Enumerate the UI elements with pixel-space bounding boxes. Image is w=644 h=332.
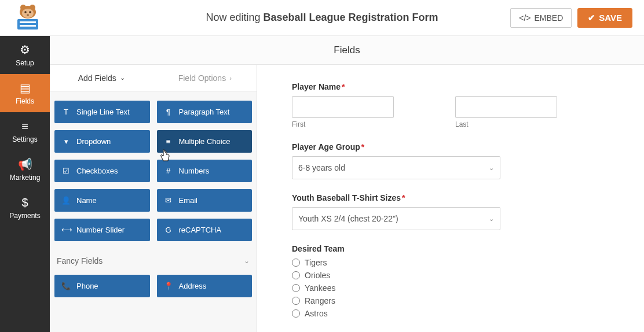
team-label: Yankees (305, 283, 335, 293)
multiple-choice-icon: ≡ (164, 137, 173, 146)
marketing-icon: 📢 (18, 157, 32, 171)
app-logo (12, 4, 44, 32)
chevron-down-icon: ⌄ (489, 215, 494, 223)
nav-label: Fields (16, 97, 34, 105)
svg-rect-7 (17, 19, 38, 29)
svg-rect-9 (20, 25, 36, 27)
field-label: Paragraph Text (179, 108, 230, 116)
check-icon: ✔ (588, 13, 595, 23)
team-label: Tigers (305, 258, 327, 267)
field-address[interactable]: 📍Address (157, 275, 253, 297)
field-checkboxes[interactable]: ☑Checkboxes (54, 160, 150, 182)
field-label: Numbers (179, 167, 210, 175)
team-option[interactable]: Yankees (292, 283, 609, 293)
code-icon: </> (519, 13, 530, 23)
team-option[interactable]: Astros (292, 309, 609, 318)
nav-label: Settings (12, 135, 37, 143)
field-label: Multiple Choice (179, 137, 230, 146)
save-button[interactable]: ✔ SAVE (577, 8, 632, 28)
tshirt-select[interactable]: Youth XS 2/4 (chest 20-22") ⌄ (292, 207, 500, 230)
chevron-down-icon: ⌄ (120, 74, 125, 82)
chevron-down-icon: ⌄ (244, 257, 250, 265)
fancy-fields-heading[interactable]: Fancy Fields ⌄ (50, 246, 257, 272)
team-option[interactable]: Orioles (292, 271, 609, 280)
field-recaptcha[interactable]: GreCAPTCHA (157, 219, 253, 241)
side-nav: ⚙Setup▤Fields≡Settings📢Marketing$Payment… (0, 36, 50, 332)
nav-marketing[interactable]: 📢Marketing (0, 150, 50, 189)
payments-icon: $ (21, 196, 28, 209)
first-name-input[interactable] (292, 96, 394, 118)
paragraph-text-icon: ¶ (164, 108, 173, 116)
age-group-select[interactable]: 6-8 years old ⌄ (292, 156, 500, 179)
team-label: Rangers (305, 296, 335, 305)
field-name[interactable]: 👤Name (54, 189, 150, 212)
radio-input[interactable] (292, 284, 300, 292)
nav-label: Setup (16, 59, 34, 67)
checkboxes-icon: ☑ (61, 167, 71, 175)
first-sublabel: First (292, 120, 446, 128)
player-name-label: Player Name* (292, 82, 609, 91)
radio-input[interactable] (292, 271, 300, 279)
form-preview: Player Name* First Last Player Age Group… (257, 65, 644, 332)
nav-fields[interactable]: ▤Fields (0, 74, 50, 112)
field-email[interactable]: ✉Email (157, 189, 253, 212)
number-slider-icon: ⟷ (61, 226, 71, 234)
fields-panel: Add Fields ⌄ Field Options › TSingle Lin… (50, 65, 257, 332)
recaptcha-icon: G (164, 226, 173, 234)
chevron-right-icon: › (229, 75, 232, 82)
nav-settings[interactable]: ≡Settings (0, 112, 50, 150)
nav-label: Payments (9, 212, 40, 220)
team-option[interactable]: Rangers (292, 296, 609, 305)
field-label: reCAPTCHA (179, 226, 222, 234)
svg-point-3 (22, 9, 34, 18)
tab-add-fields[interactable]: Add Fields ⌄ (50, 65, 153, 91)
field-label: Checkboxes (76, 167, 118, 175)
field-dropdown[interactable]: ▾Dropdown (54, 130, 150, 153)
setup-icon: ⚙ (20, 43, 30, 57)
dropdown-icon: ▾ (61, 137, 71, 146)
team-label: Orioles (305, 271, 330, 280)
age-group-label: Player Age Group* (292, 142, 609, 152)
field-label: Dropdown (76, 137, 111, 146)
radio-input[interactable] (292, 309, 300, 318)
field-numbers[interactable]: #Numbers (157, 160, 253, 182)
field-paragraph-text[interactable]: ¶Paragraph Text (157, 101, 253, 123)
fields-icon: ▤ (20, 81, 31, 95)
last-name-input[interactable] (455, 96, 557, 118)
svg-point-5 (29, 11, 31, 13)
field-number-slider[interactable]: ⟷Number Slider (54, 219, 150, 241)
desired-team-label: Desired Team (292, 244, 609, 253)
field-label: Single Line Text (76, 108, 130, 116)
team-option[interactable]: Tigers (292, 258, 609, 267)
nav-setup[interactable]: ⚙Setup (0, 36, 50, 74)
field-multiple-choice[interactable]: ≡Multiple Choice (157, 130, 253, 153)
single-line-text-icon: T (61, 108, 71, 116)
section-header: Fields (50, 36, 644, 65)
svg-point-4 (24, 11, 27, 13)
svg-rect-8 (20, 21, 36, 23)
nav-label: Marketing (10, 174, 41, 182)
radio-input[interactable] (292, 297, 300, 305)
settings-icon: ≡ (21, 120, 28, 133)
team-label: Astros (305, 309, 328, 318)
chevron-down-icon: ⌄ (489, 164, 494, 172)
field-single-line-text[interactable]: TSingle Line Text (54, 101, 150, 123)
tab-field-options[interactable]: Field Options › (153, 65, 257, 91)
address-icon: 📍 (164, 282, 173, 290)
tshirt-label: Youth Baseball T-Shirt Sizes* (292, 193, 609, 202)
nav-payments[interactable]: $Payments (0, 189, 50, 227)
phone-icon: 📞 (61, 282, 71, 290)
field-label: Address (179, 282, 207, 290)
svg-point-6 (27, 14, 29, 16)
numbers-icon: # (164, 167, 173, 175)
field-label: Name (76, 196, 97, 205)
email-icon: ✉ (164, 196, 173, 205)
last-sublabel: Last (455, 120, 609, 128)
field-phone[interactable]: 📞Phone (54, 275, 150, 297)
field-label: Email (179, 196, 198, 205)
field-label: Phone (76, 282, 98, 290)
embed-button[interactable]: </> EMBED (510, 8, 572, 28)
radio-input[interactable] (292, 259, 300, 267)
field-label: Number Slider (76, 226, 125, 234)
name-icon: 👤 (61, 196, 71, 205)
